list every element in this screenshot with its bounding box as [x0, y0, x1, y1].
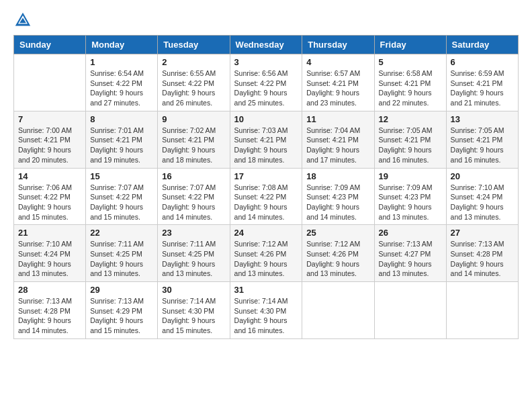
cell-sunset: Sunset: 4:30 PM [162, 307, 214, 315]
cell-daylight: Daylight: 9 hours and 15 minutes. [18, 203, 71, 221]
calendar-cell: 17 Sunrise: 7:08 AM Sunset: 4:22 PM Dayl… [230, 168, 302, 225]
cell-info: Sunrise: 7:00 AM Sunset: 4:21 PM Dayligh… [18, 126, 81, 165]
calendar-header-row: SundayMondayTuesdayWednesdayThursdayFrid… [14, 36, 519, 54]
cell-info: Sunrise: 6:59 AM Sunset: 4:21 PM Dayligh… [451, 68, 514, 108]
calendar-cell: 1 Sunrise: 6:54 AM Sunset: 4:22 PM Dayli… [86, 54, 158, 111]
cell-day-number: 12 [379, 114, 442, 124]
calendar-cell [302, 282, 374, 339]
calendar-cell: 3 Sunrise: 6:56 AM Sunset: 4:22 PM Dayli… [230, 54, 302, 111]
cell-sunset: Sunset: 4:21 PM [306, 79, 359, 87]
cell-daylight: Daylight: 9 hours and 18 minutes. [162, 146, 215, 164]
cell-sunrise: Sunrise: 7:03 AM [234, 126, 288, 134]
cell-daylight: Daylight: 9 hours and 18 minutes. [234, 146, 287, 164]
cell-day-number: 20 [451, 171, 514, 181]
day-header-wednesday: Wednesday [230, 36, 302, 54]
cell-daylight: Daylight: 9 hours and 13 minutes. [379, 203, 432, 221]
calendar-cell: 23 Sunrise: 7:11 AM Sunset: 4:25 PM Dayl… [158, 225, 230, 282]
cell-info: Sunrise: 7:05 AM Sunset: 4:21 PM Dayligh… [451, 126, 514, 165]
cell-daylight: Daylight: 9 hours and 13 minutes. [90, 260, 143, 278]
cell-sunrise: Sunrise: 7:11 AM [162, 240, 216, 248]
calendar-cell: 4 Sunrise: 6:57 AM Sunset: 4:21 PM Dayli… [302, 54, 374, 111]
cell-sunset: Sunset: 4:26 PM [306, 250, 359, 258]
calendar-cell: 29 Sunrise: 7:13 AM Sunset: 4:29 PM Dayl… [86, 282, 158, 339]
cell-sunset: Sunset: 4:21 PM [306, 136, 359, 144]
logo-icon [13, 11, 32, 30]
cell-info: Sunrise: 6:55 AM Sunset: 4:22 PM Dayligh… [162, 68, 225, 108]
cell-daylight: Daylight: 9 hours and 20 minutes. [18, 146, 71, 164]
calendar-cell: 31 Sunrise: 7:14 AM Sunset: 4:30 PM Dayl… [230, 282, 302, 339]
calendar-cell: 16 Sunrise: 7:07 AM Sunset: 4:22 PM Dayl… [158, 168, 230, 225]
cell-info: Sunrise: 6:58 AM Sunset: 4:21 PM Dayligh… [379, 68, 442, 108]
cell-info: Sunrise: 7:14 AM Sunset: 4:30 PM Dayligh… [234, 296, 298, 336]
cell-day-number: 3 [234, 57, 298, 67]
day-header-thursday: Thursday [302, 36, 374, 54]
cell-sunset: Sunset: 4:22 PM [18, 193, 71, 201]
cell-sunrise: Sunrise: 7:07 AM [162, 183, 216, 191]
cell-info: Sunrise: 7:12 AM Sunset: 4:26 PM Dayligh… [234, 239, 298, 279]
cell-day-number: 29 [90, 285, 153, 295]
calendar-cell: 13 Sunrise: 7:05 AM Sunset: 4:21 PM Dayl… [446, 111, 518, 168]
cell-sunset: Sunset: 4:21 PM [18, 136, 71, 144]
cell-sunrise: Sunrise: 7:13 AM [90, 297, 144, 305]
cell-sunrise: Sunrise: 7:14 AM [162, 297, 216, 305]
cell-sunrise: Sunrise: 6:59 AM [451, 69, 504, 77]
cell-info: Sunrise: 7:13 AM Sunset: 4:29 PM Dayligh… [90, 296, 153, 336]
calendar-cell: 27 Sunrise: 7:13 AM Sunset: 4:28 PM Dayl… [446, 225, 518, 282]
cell-sunrise: Sunrise: 7:10 AM [18, 240, 72, 248]
cell-day-number: 14 [18, 171, 81, 181]
calendar-cell: 19 Sunrise: 7:09 AM Sunset: 4:23 PM Dayl… [374, 168, 446, 225]
cell-sunset: Sunset: 4:28 PM [451, 250, 503, 258]
cell-sunset: Sunset: 4:21 PM [379, 79, 431, 87]
cell-day-number: 7 [18, 114, 81, 124]
cell-sunrise: Sunrise: 7:09 AM [379, 183, 433, 191]
cell-info: Sunrise: 6:54 AM Sunset: 4:22 PM Dayligh… [90, 68, 153, 108]
cell-info: Sunrise: 6:57 AM Sunset: 4:21 PM Dayligh… [306, 68, 369, 108]
cell-daylight: Daylight: 9 hours and 19 minutes. [90, 146, 143, 164]
cell-daylight: Daylight: 9 hours and 16 minutes. [451, 146, 504, 164]
cell-day-number: 18 [306, 171, 369, 181]
day-header-monday: Monday [86, 36, 158, 54]
cell-sunrise: Sunrise: 6:57 AM [306, 69, 360, 77]
cell-day-number: 13 [451, 114, 514, 124]
cell-sunset: Sunset: 4:22 PM [234, 79, 287, 87]
cell-info: Sunrise: 7:11 AM Sunset: 4:25 PM Dayligh… [162, 239, 225, 279]
calendar-week-row: 28 Sunrise: 7:13 AM Sunset: 4:28 PM Dayl… [14, 282, 519, 339]
cell-day-number: 22 [90, 228, 153, 238]
calendar-cell: 30 Sunrise: 7:14 AM Sunset: 4:30 PM Dayl… [158, 282, 230, 339]
cell-sunset: Sunset: 4:21 PM [234, 136, 287, 144]
day-header-tuesday: Tuesday [158, 36, 230, 54]
cell-sunset: Sunset: 4:26 PM [234, 250, 287, 258]
calendar-cell: 21 Sunrise: 7:10 AM Sunset: 4:24 PM Dayl… [14, 225, 86, 282]
cell-daylight: Daylight: 9 hours and 26 minutes. [162, 89, 215, 107]
cell-info: Sunrise: 7:05 AM Sunset: 4:21 PM Dayligh… [379, 126, 442, 165]
cell-sunset: Sunset: 4:23 PM [306, 193, 359, 201]
day-header-sunday: Sunday [14, 36, 86, 54]
calendar-cell [14, 54, 86, 111]
cell-info: Sunrise: 7:13 AM Sunset: 4:27 PM Dayligh… [379, 239, 442, 279]
cell-sunrise: Sunrise: 7:00 AM [18, 126, 72, 134]
cell-daylight: Daylight: 9 hours and 14 minutes. [18, 316, 71, 334]
cell-daylight: Daylight: 9 hours and 14 minutes. [234, 203, 287, 221]
cell-day-number: 1 [90, 57, 153, 67]
cell-daylight: Daylight: 9 hours and 25 minutes. [234, 89, 287, 107]
calendar-cell: 26 Sunrise: 7:13 AM Sunset: 4:27 PM Dayl… [374, 225, 446, 282]
cell-daylight: Daylight: 9 hours and 15 minutes. [162, 316, 215, 334]
day-header-friday: Friday [374, 36, 446, 54]
cell-sunrise: Sunrise: 7:12 AM [234, 240, 288, 248]
cell-sunrise: Sunrise: 7:14 AM [234, 297, 288, 305]
cell-daylight: Daylight: 9 hours and 14 minutes. [451, 260, 504, 278]
cell-info: Sunrise: 7:10 AM Sunset: 4:24 PM Dayligh… [18, 239, 81, 279]
cell-day-number: 4 [306, 57, 369, 67]
cell-daylight: Daylight: 9 hours and 13 minutes. [379, 260, 432, 278]
cell-sunrise: Sunrise: 7:11 AM [90, 240, 144, 248]
calendar-cell: 25 Sunrise: 7:12 AM Sunset: 4:26 PM Dayl… [302, 225, 374, 282]
cell-daylight: Daylight: 9 hours and 17 minutes. [306, 146, 359, 164]
calendar-week-row: 7 Sunrise: 7:00 AM Sunset: 4:21 PM Dayli… [14, 111, 519, 168]
calendar-week-row: 1 Sunrise: 6:54 AM Sunset: 4:22 PM Dayli… [14, 54, 519, 111]
cell-sunset: Sunset: 4:22 PM [90, 193, 142, 201]
cell-sunset: Sunset: 4:21 PM [379, 136, 431, 144]
calendar-cell: 11 Sunrise: 7:04 AM Sunset: 4:21 PM Dayl… [302, 111, 374, 168]
cell-day-number: 9 [162, 114, 225, 124]
calendar-cell: 24 Sunrise: 7:12 AM Sunset: 4:26 PM Dayl… [230, 225, 302, 282]
calendar-cell [374, 282, 446, 339]
